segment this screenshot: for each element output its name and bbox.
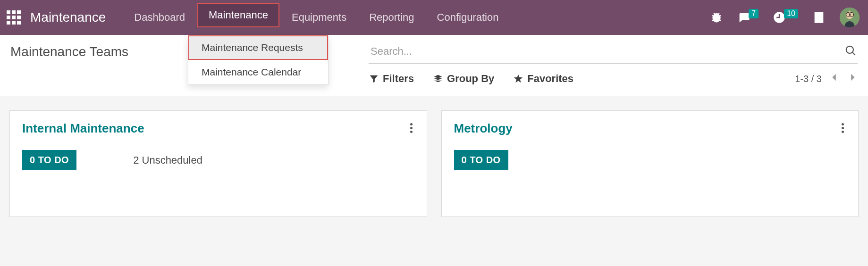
team-card-internal[interactable]: Internal Maintenance 0 TO DO 2 Unschedul…	[9, 110, 427, 217]
dropdown-item-requests[interactable]: Maintenance Requests	[188, 35, 328, 60]
search-input[interactable]	[371, 45, 844, 58]
nav-maintenance[interactable]: Maintenance	[197, 3, 279, 27]
nav-menu: Dashboard Maintenance Equipments Reporti…	[123, 0, 510, 35]
unscheduled-text[interactable]: 2 Unscheduled	[133, 154, 202, 166]
maintenance-dropdown: Maintenance Requests Maintenance Calenda…	[188, 35, 329, 85]
filters-label: Filters	[383, 73, 414, 85]
pager-prev[interactable]	[829, 72, 840, 85]
debug-icon[interactable]	[710, 11, 723, 24]
svg-point-4	[846, 46, 853, 53]
activities-badge: 10	[784, 9, 798, 18]
pager: 1-3 / 3	[795, 72, 858, 85]
navbar: Maintenance Dashboard Maintenance Equipm…	[0, 0, 868, 35]
kanban-area: Internal Maintenance 0 TO DO 2 Unschedul…	[0, 96, 868, 231]
nav-dashboard[interactable]: Dashboard	[123, 0, 196, 35]
messages-icon[interactable]: 7	[737, 11, 758, 24]
search-bar	[369, 42, 858, 64]
team-card-metrology[interactable]: Metrology 0 TO DO	[441, 110, 859, 217]
activities-icon[interactable]: 10	[773, 11, 798, 24]
group-by-button[interactable]: Group By	[433, 73, 494, 85]
pager-next[interactable]	[847, 72, 858, 85]
nav-configuration[interactable]: Configuration	[426, 0, 510, 35]
todo-chip[interactable]: 0 TO DO	[22, 150, 76, 170]
module-brand[interactable]: Maintenance	[30, 10, 106, 25]
systray: 7 10	[710, 8, 860, 27]
search-icon[interactable]	[844, 44, 857, 58]
group-by-label: Group By	[447, 73, 494, 85]
favorites-button[interactable]: Favorites	[513, 73, 573, 85]
team-title[interactable]: Internal Maintenance	[22, 121, 144, 136]
card-menu-icon[interactable]	[840, 121, 846, 135]
nav-reporting[interactable]: Reporting	[358, 0, 425, 35]
user-avatar[interactable]	[840, 8, 860, 27]
filters-row: Filters Group By Favorites 1-3 / 3	[369, 64, 858, 85]
messages-badge: 7	[749, 9, 758, 18]
pager-text: 1-3 / 3	[795, 74, 822, 84]
control-panel: Maintenance Teams Filters Group By Favor…	[0, 35, 868, 96]
dropdown-item-calendar[interactable]: Maintenance Calendar	[188, 60, 328, 84]
todo-chip[interactable]: 0 TO DO	[454, 150, 508, 170]
filters-button[interactable]: Filters	[369, 73, 414, 85]
favorites-label: Favorites	[527, 73, 573, 85]
apps-icon[interactable]	[7, 10, 21, 25]
company-icon[interactable]	[812, 11, 826, 24]
nav-equipments[interactable]: Equipments	[280, 0, 358, 35]
svg-line-5	[852, 52, 855, 55]
team-title[interactable]: Metrology	[454, 121, 513, 136]
card-menu-icon[interactable]	[408, 121, 414, 135]
